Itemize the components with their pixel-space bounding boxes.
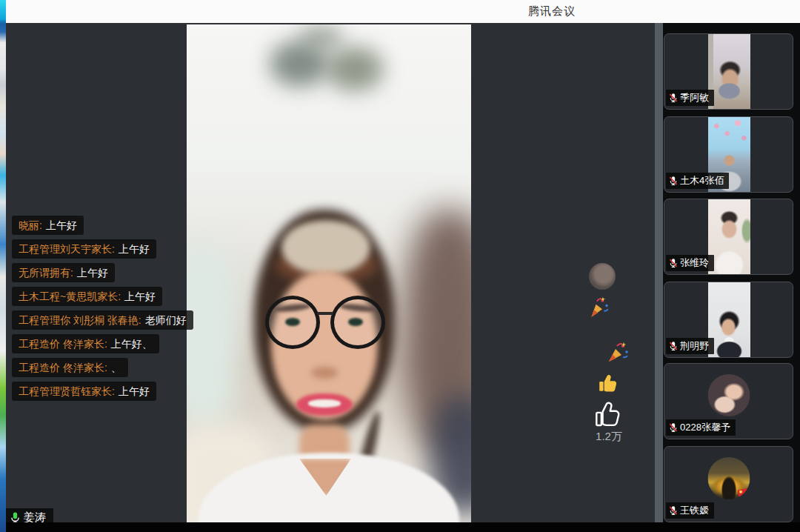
speaker-glasses-bridge [317,312,333,315]
chat-overlay: 晓丽:上午好 工程管理刘天宇家长:上午好 无所谓拥有:上午好 土木工程~黄思凯家… [12,216,193,401]
participant-tile[interactable]: 王铁嫒 [664,446,793,522]
participant-video [708,199,750,274]
chat-message: 晓丽:上午好 [12,216,84,235]
muted-mic-icon [668,176,679,186]
participant-name-tag: 土木4张佰 [666,173,729,189]
ceiling-light [326,47,384,91]
chat-sender: 晓丽: [19,219,42,231]
sidebar-scrollbar[interactable] [655,23,663,522]
window-titlebar[interactable] [6,0,800,23]
muted-mic-icon [668,93,679,103]
participant-name: 土木4张佰 [680,174,724,187]
chat-text: 上午好 [119,243,150,255]
chat-sender: 工程管理贤哲钰家长: [19,385,115,397]
participant-name: 季阿敏 [680,91,709,104]
participant-tile[interactable]: 季阿敏 [664,33,793,110]
chat-message: 工程造价 佟洋家长:、 [12,358,128,377]
window-bottom-edge [6,522,800,532]
participant-tile[interactable]: 荆明野 [664,282,793,358]
chat-text: 上午好 [77,267,108,279]
participant-name: 王铁嫒 [680,504,709,517]
participant-name: 荆明野 [680,339,709,353]
participant-tile[interactable]: 张维玲 [664,199,793,275]
like-button[interactable] [593,398,623,430]
screen: 腾讯会议 [0,0,800,532]
party-popper-emoji [586,295,611,320]
speaker-nose [311,367,338,379]
like-count: 1.2万 [596,430,622,444]
speaker-teeth [308,399,341,408]
muted-mic-icon [668,505,679,516]
background-blur [187,239,240,432]
chat-sender: 工程造价 佟洋家长: [19,362,107,373]
speaker-eye [285,318,300,326]
chat-text: 上午好 [46,219,77,231]
muted-mic-icon [668,341,679,351]
speaker-video[interactable] [187,24,471,522]
participant-name-tag: 王铁嫒 [666,502,714,519]
speaker-hair-bun [281,220,370,275]
participant-avatar [707,457,750,499]
chat-message: 工程管理刘天宇家长:上午好 [12,239,156,259]
taskbar-edge-icon [0,0,6,20]
reaction-sender-avatar [589,263,616,290]
chat-text: 老师们好 [145,314,187,326]
muted-mic-icon [668,258,679,268]
chat-text: 、 [111,362,121,373]
participant-tile[interactable]: 0228张馨予 [664,363,793,439]
participant-name-tag: 0228张馨予 [666,419,736,436]
chat-sender: 工程管理刘天宇家长: [19,243,115,255]
chat-sender: 工程造价 佟洋家长: [19,338,107,350]
chat-message: 无所谓拥有:上午好 [12,263,115,282]
party-popper-emoji [606,341,630,365]
participant-name-tag: 季阿敏 [666,90,714,106]
participant-name-tag: 张维玲 [666,255,714,271]
chat-text: 上午好 [119,385,150,397]
participant-avatar [707,374,750,416]
chat-message: 工程造价 佟洋家长:上午好、 [12,334,159,353]
participant-name: 张维玲 [680,256,709,270]
chat-sender: 工程管理你 刘彤桐 张春艳: [19,314,141,326]
speaker-eye [348,318,363,326]
participant-video [708,282,750,357]
participants-sidebar: 季阿敏 土木4张佰 [655,23,800,522]
chat-message: 工程管理贤哲钰家长:上午好 [12,382,156,401]
ceiling-light [299,24,344,50]
window-title: 腾讯会议 [528,4,576,19]
participant-video [708,34,750,109]
background-window-sliver [0,0,6,532]
participant-name-tag: 荆明野 [666,338,714,354]
flag-icon [737,488,750,499]
chat-message: 土木工程~黄思凯家长:上午好 [12,287,162,306]
participant-tile[interactable]: 土木4张佰 [664,116,793,193]
chat-message: 工程管理你 刘彤桐 张春艳:老师们好 [12,310,193,330]
participant-name: 0228张馨予 [680,421,730,434]
chat-sender: 土木工程~黄思凯家长: [19,290,121,302]
chat-text: 上午好 [124,290,156,302]
chat-sender: 无所谓拥有: [19,267,73,279]
muted-mic-icon [668,422,679,433]
chat-text: 上午好、 [111,338,153,350]
thumbs-up-emoji [597,371,619,393]
